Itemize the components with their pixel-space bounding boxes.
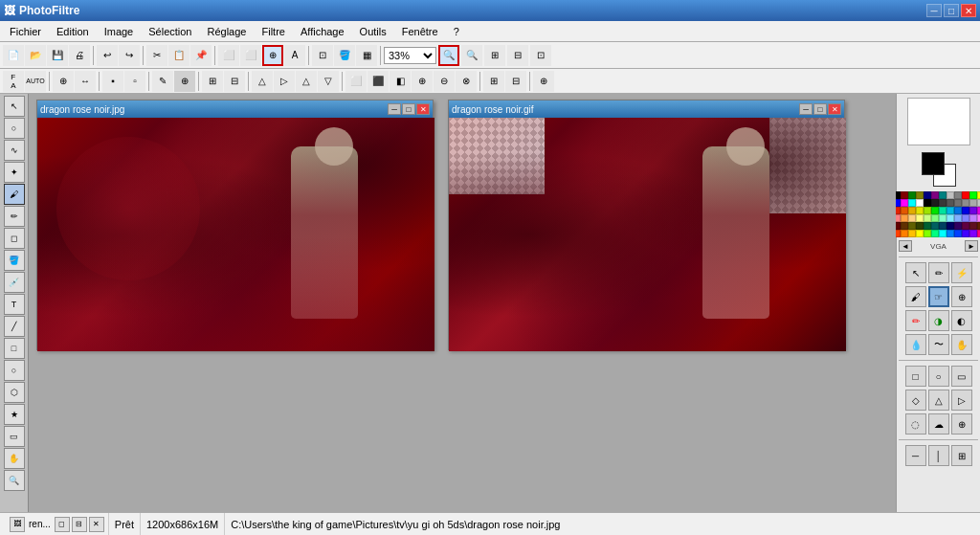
rtool-smudge[interactable]: 〜 <box>928 334 949 355</box>
fill-button[interactable]: 🪣 <box>334 45 355 66</box>
palette-color[interactable] <box>901 230 908 237</box>
tool-rect[interactable]: □ <box>4 338 25 359</box>
palette-color[interactable] <box>962 207 969 214</box>
win-minimize-jpg[interactable]: ─ <box>388 103 401 115</box>
paste-button[interactable]: 📌 <box>190 45 212 66</box>
palette-color[interactable] <box>916 222 924 230</box>
filter-b2[interactable]: ⊟ <box>505 71 526 92</box>
tool-circle[interactable]: ○ <box>4 118 25 139</box>
rshape-extra[interactable]: ⊕ <box>951 413 972 435</box>
window-title-gif[interactable]: dragon rose noir.gif ─ □ ✕ <box>449 100 844 118</box>
palette-color[interactable] <box>916 214 924 222</box>
palette-color[interactable] <box>901 222 908 230</box>
tool-text[interactable]: T <box>4 294 25 315</box>
grid-button[interactable]: ⊞ <box>202 71 223 92</box>
menu-fichier[interactable]: Fichier <box>2 24 49 39</box>
palette-color[interactable] <box>954 199 962 207</box>
maximize-button[interactable]: □ <box>944 4 959 17</box>
rtool-finger[interactable]: ☞ <box>928 286 949 307</box>
palette-color[interactable] <box>924 214 931 222</box>
palette-color[interactable] <box>977 199 981 207</box>
palette-color[interactable] <box>947 191 954 199</box>
palette-color[interactable] <box>924 191 931 199</box>
stamp-button[interactable]: ⊡ <box>312 45 333 66</box>
palette-color[interactable] <box>962 222 969 230</box>
rtool-spray[interactable]: ⊕ <box>951 286 972 307</box>
tool-arrow[interactable]: ↖ <box>4 96 25 117</box>
palette-color[interactable] <box>954 191 962 199</box>
palette-color[interactable] <box>947 222 954 230</box>
palette-color[interactable] <box>977 230 981 237</box>
palette-color[interactable] <box>969 199 977 207</box>
palette-color[interactable] <box>977 191 981 199</box>
palette-color[interactable] <box>939 214 947 222</box>
close-button[interactable]: ✕ <box>961 4 976 17</box>
tool-opts2[interactable]: ↔ <box>75 71 96 92</box>
window-title-jpg[interactable]: dragon rose noir.jpg ─ □ ✕ <box>37 100 433 118</box>
print-button[interactable]: 🖨 <box>69 45 90 66</box>
rtool-drop[interactable]: 💧 <box>905 334 926 355</box>
tool-zoom[interactable]: 🔍 <box>4 470 25 491</box>
tool-rect2[interactable]: ▭ <box>4 426 25 447</box>
palette-color[interactable] <box>931 230 939 237</box>
tool-move[interactable]: ✋ <box>4 448 25 469</box>
palette-color[interactable] <box>908 199 916 207</box>
tool-brush[interactable]: 🖌 <box>4 184 25 205</box>
grid2-button[interactable]: ⊟ <box>224 71 245 92</box>
filter-a2[interactable]: ⬛ <box>368 71 389 92</box>
palette-color[interactable] <box>916 199 924 207</box>
palette-color[interactable] <box>931 214 939 222</box>
rshape-triangle[interactable]: △ <box>928 390 949 411</box>
palette-color[interactable] <box>954 214 962 222</box>
palette-color[interactable] <box>931 222 939 230</box>
zoom-100-button[interactable]: ⊟ <box>507 45 528 66</box>
palette-color[interactable] <box>916 230 924 237</box>
rtool-select[interactable]: ↖ <box>905 262 926 283</box>
rtool-wand[interactable]: ⚡ <box>951 262 972 283</box>
menu-image[interactable]: Image <box>97 24 142 39</box>
palette-color[interactable] <box>901 199 908 207</box>
tool-eyedrop[interactable]: 💉 <box>4 272 25 293</box>
shape-tri2[interactable]: ▷ <box>274 71 295 92</box>
palette-color[interactable] <box>954 207 962 214</box>
palette-color[interactable] <box>962 199 969 207</box>
tool-fill[interactable]: 🪣 <box>4 250 25 271</box>
palette-color[interactable] <box>977 207 981 214</box>
filter-a6[interactable]: ⊗ <box>456 71 477 92</box>
status-icon-1[interactable]: 🖼 <box>10 517 25 532</box>
palette-color[interactable] <box>947 199 954 207</box>
palette-color[interactable] <box>924 230 931 237</box>
auto-button[interactable]: AUTO <box>25 71 46 92</box>
gradient-button[interactable]: ▦ <box>356 45 377 66</box>
filter-a1[interactable]: ⬜ <box>345 71 367 92</box>
palette-color[interactable] <box>962 191 969 199</box>
palette-color[interactable] <box>969 207 977 214</box>
rshape-ellipse[interactable]: ○ <box>928 366 949 387</box>
brush-size1[interactable]: ▪ <box>102 71 123 92</box>
tool-lasso[interactable]: ∿ <box>4 140 25 161</box>
status-icon-3[interactable]: ⊟ <box>72 517 87 532</box>
palette-color[interactable] <box>901 214 908 222</box>
filter-b1[interactable]: ⊞ <box>483 71 504 92</box>
menu-selection[interactable]: Sélection <box>141 24 199 39</box>
menu-fenetre[interactable]: Fenêtre <box>394 24 446 39</box>
palette-color[interactable] <box>962 230 969 237</box>
tool-pencil[interactable]: ✏ <box>4 206 25 227</box>
rtool-hand[interactable]: ✋ <box>951 334 972 355</box>
transform-option[interactable]: ✎ <box>152 71 173 92</box>
palette-color[interactable] <box>924 222 931 230</box>
menu-filtre[interactable]: Filtre <box>254 24 292 39</box>
palette-color[interactable] <box>954 222 962 230</box>
palette-color[interactable] <box>908 214 916 222</box>
palette-color[interactable] <box>908 191 916 199</box>
menu-help[interactable]: ? <box>446 24 467 39</box>
palette-color[interactable] <box>969 214 977 222</box>
zoom-select[interactable]: 33% 50% 75% 100% <box>384 47 436 64</box>
palette-prev[interactable]: ◄ <box>899 240 912 252</box>
palette-color[interactable] <box>939 222 947 230</box>
rtool-burn[interactable]: ◐ <box>951 310 972 331</box>
rtool-brush[interactable]: 🖌 <box>905 286 926 307</box>
tool-eraser[interactable]: ◻ <box>4 228 25 249</box>
menu-affichage[interactable]: Affichage <box>293 24 352 39</box>
palette-color[interactable] <box>908 207 916 214</box>
